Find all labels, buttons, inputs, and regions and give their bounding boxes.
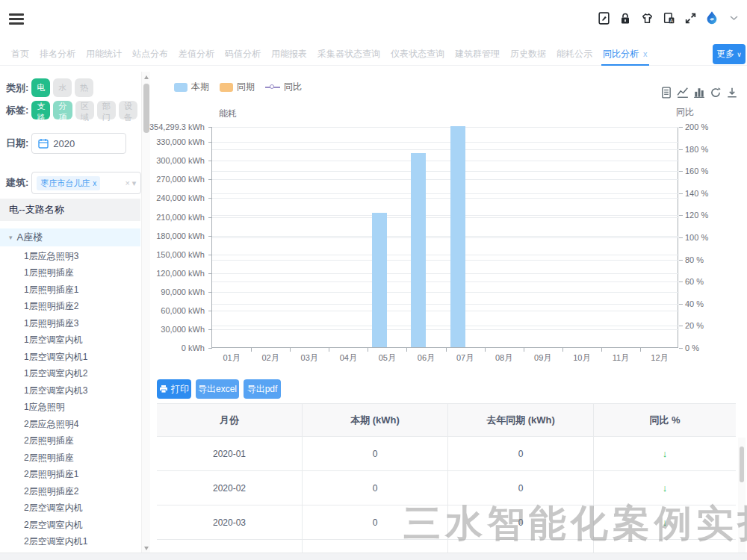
tree-item[interactable]: 2层空调室内机1: [0, 534, 140, 551]
tab-item[interactable]: 建筑群管理: [455, 42, 500, 66]
document-a-icon[interactable]: A: [661, 10, 676, 26]
left-axis-tick: [208, 311, 212, 311]
category-option[interactable]: 电: [31, 78, 50, 97]
tab-item[interactable]: 首页: [11, 42, 29, 66]
tab-item[interactable]: 历史数据: [510, 42, 546, 66]
tree-item[interactable]: 2层照明插座: [0, 449, 140, 467]
legend-swatch-previous: [220, 83, 233, 92]
tab-item[interactable]: 站点分布: [132, 42, 168, 66]
tree-item[interactable]: 1层应急照明3: [0, 248, 140, 265]
table-row[interactable]: 2020-0100↓: [157, 437, 736, 471]
date-filter: 日期: 2020: [6, 133, 126, 154]
tree-item[interactable]: 2层照明插座: [0, 433, 140, 450]
hamburger-menu-icon[interactable]: [9, 13, 24, 25]
download-icon[interactable]: [726, 87, 738, 99]
tab-item[interactable]: 采集器状态查询: [317, 42, 380, 66]
tab-close-icon[interactable]: x: [643, 49, 648, 58]
lock-icon[interactable]: [618, 10, 633, 26]
scroll-up-icon[interactable]: [144, 75, 149, 79]
tree-item[interactable]: 1层照明插座3: [0, 315, 140, 332]
legend-swatch-current: [174, 83, 187, 92]
tag-option[interactable]: 设备: [119, 101, 137, 119]
right-axis-tick: [679, 304, 683, 305]
tree-group-a[interactable]: ▾ A座楼: [0, 228, 140, 246]
tree-item[interactable]: 1层空调室内机: [0, 332, 140, 349]
chart-gridline: [212, 193, 679, 194]
tree-item[interactable]: 2层应急照明4: [0, 416, 140, 433]
tree-item[interactable]: 1层照明插座2: [0, 299, 140, 316]
more-tabs-button[interactable]: 更多 ∨: [713, 44, 746, 64]
table-row[interactable]: 2020-0300↓: [157, 505, 736, 540]
legend-item-yoy[interactable]: 同比: [265, 81, 302, 93]
tree-item[interactable]: 2层照明插座2: [0, 483, 140, 500]
right-axis-tick: [679, 149, 683, 150]
tree-item[interactable]: 1层照明插座1: [0, 281, 140, 299]
caret-down-icon[interactable]: ▾: [9, 234, 13, 241]
table-scrollbar[interactable]: [738, 438, 746, 557]
tree-item[interactable]: 1层空调室内机2: [0, 366, 140, 383]
x-axis-tick: [485, 348, 486, 352]
printer-icon: [159, 385, 168, 393]
table-row[interactable]: 2020-0200↓: [157, 471, 736, 505]
category-option[interactable]: 热: [75, 78, 93, 97]
tag-option[interactable]: 区域: [75, 101, 94, 119]
tree-item[interactable]: 1层照明插座: [0, 265, 140, 282]
bottom-scrollbar[interactable]: [0, 553, 747, 560]
tab-item[interactable]: 同比分析x: [603, 42, 648, 66]
building-label: 建筑:: [6, 176, 28, 190]
tag-option[interactable]: 支路: [31, 101, 50, 119]
table-cell: 0: [448, 471, 594, 505]
chart-gridline: [212, 237, 679, 238]
data-view-icon[interactable]: [660, 87, 672, 99]
date-input[interactable]: 2020: [31, 133, 126, 154]
select-caret-icon[interactable]: ▾: [132, 178, 137, 188]
chart-gridline: [212, 311, 679, 311]
tag-filter: 标签: 支路分项区域部门设备: [6, 101, 140, 119]
export-pdf-button[interactable]: 导出pdf: [244, 379, 281, 399]
tag-option[interactable]: 部门: [97, 101, 116, 119]
tree-item[interactable]: 2层空调室内机: [0, 500, 140, 517]
chevron-down-icon[interactable]: [726, 10, 741, 26]
export-excel-button[interactable]: 导出excel: [196, 379, 239, 399]
scrollbar-thumb[interactable]: [740, 447, 744, 482]
clipboard-pen-icon[interactable]: [596, 10, 611, 26]
app-logo[interactable]: [704, 10, 719, 26]
scroll-down-icon[interactable]: [144, 547, 149, 550]
x-axis-tick: [640, 348, 641, 352]
legend-item-previous[interactable]: 同期: [220, 81, 255, 93]
building-select[interactable]: 枣庄市台儿庄 x × ▾: [31, 172, 141, 194]
building-tag: 枣庄市台儿庄 x: [37, 176, 100, 190]
tab-item[interactable]: 仪表状态查询: [391, 42, 444, 66]
clear-icon[interactable]: ×: [125, 178, 129, 187]
refresh-icon[interactable]: [710, 87, 722, 99]
tree-item[interactable]: 2层照明插座1: [0, 467, 140, 484]
tree-item[interactable]: 1应急照明: [0, 399, 140, 417]
left-axis-tick: [208, 161, 212, 161]
category-option[interactable]: 水: [53, 78, 72, 97]
tab-item[interactable]: 能耗公示: [557, 42, 592, 66]
tab-item[interactable]: 码值分析: [225, 42, 261, 66]
right-axis-tick-label: 40 %: [685, 299, 730, 308]
table-cell: 0: [303, 437, 448, 470]
tree-item[interactable]: 2层空调室内机: [0, 517, 140, 534]
tab-item[interactable]: 用能统计: [86, 42, 122, 66]
tab-item[interactable]: 排名分析: [40, 42, 75, 66]
tab-item[interactable]: 差值分析: [179, 42, 214, 66]
tab-item[interactable]: 用能报表: [271, 42, 307, 66]
print-button[interactable]: 打印: [157, 379, 191, 399]
theme-shirt-icon[interactable]: [639, 10, 654, 26]
x-axis-tick-label: 01月: [212, 352, 251, 364]
tree-item[interactable]: 1层空调室内机3: [0, 382, 140, 399]
tag-option[interactable]: 分项: [53, 101, 72, 119]
bar-current-period[interactable]: [450, 126, 465, 347]
tree-item[interactable]: 1层空调室内机1: [0, 349, 140, 366]
fullscreen-icon[interactable]: [683, 10, 698, 26]
x-axis-tick: [251, 348, 252, 352]
legend-item-current[interactable]: 本期: [174, 81, 209, 93]
bar-current-period[interactable]: [411, 153, 426, 347]
tag-close-icon[interactable]: x: [93, 179, 96, 187]
bar-chart-icon[interactable]: [693, 87, 705, 99]
bar-current-period[interactable]: [372, 213, 387, 347]
line-chart-icon[interactable]: [677, 87, 689, 99]
chart-plot[interactable]: 0 kWh30,000 kWh60,000 kWh90,000 kWh120,0…: [211, 127, 678, 348]
